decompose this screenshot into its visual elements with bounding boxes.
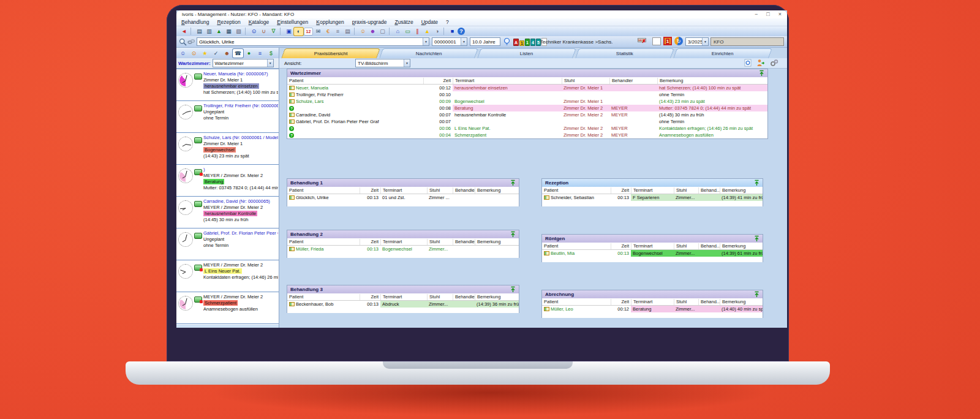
expand-icon[interactable] [754,179,760,186]
tab-einrichten[interactable]: Einrichten [673,48,772,58]
table-row[interactable]: Neuer, Manuela 00:12 herausnehmbar einse… [287,85,767,91]
menu-help[interactable]: ? [446,19,449,25]
help-icon[interactable]: ? [458,28,465,35]
patient-transfer-icon[interactable] [756,59,765,68]
team-icon[interactable]: ☻ [368,28,377,36]
view-select[interactable]: TV-Bildschirm ▼ [355,59,410,67]
chair-new-icon[interactable]: ▲ [214,28,224,36]
chevron-down-icon[interactable]: ▼ [267,59,273,67]
planner-icon[interactable]: ▦ [224,28,233,36]
expand-icon[interactable] [510,286,516,293]
table-row[interactable]: ? 00:04 Schmerzpatient Zimmer Dr. Meier … [287,132,767,138]
idea-lamp-icon[interactable] [503,37,511,47]
patient-icon[interactable]: ☺ [358,28,368,36]
invoice-stack-icon[interactable]: 1 [663,37,672,45]
patient-tab-icon[interactable]: ☺ [178,49,188,58]
statistics-tab-icon[interactable]: ≡ [255,49,265,58]
tab-listen[interactable]: Listen [477,48,576,58]
table-row[interactable]: Schneider, Sebastian 00:13 F Separieren … [542,194,763,201]
flag-1-yellow-icon[interactable]: 1 [519,40,524,46]
printer-icon[interactable]: ▢ [378,28,387,36]
refresh-page-icon[interactable] [744,59,752,68]
kasse-icon[interactable]: KASSE✗ [638,38,646,42]
favorites-tab-icon[interactable]: ★ [200,49,210,58]
journal-icon[interactable]: ≡ [333,28,342,36]
list-item[interactable]: MEYER / Zimmer Dr. Meier 2 L Eins Neuer … [176,260,279,292]
search-icon[interactable] [179,38,187,47]
card-file-icon[interactable]: ▤ [343,28,352,36]
menu-kataloge[interactable]: Kataloge [249,19,270,25]
archive-box-icon[interactable]: ▣ [284,28,293,36]
blank-button[interactable] [652,37,661,45]
chevron-down-icon[interactable]: ▼ [461,38,467,45]
expand-icon[interactable] [510,179,516,186]
list-item[interactable]: Schulze, Lars (Nr: 00000061 / ModellNr: … [176,133,279,165]
tab-nachrichten[interactable]: Nachrichten [379,48,478,58]
table-row[interactable]: Schulze, Lars 00:09 Bogenwechsel Zimmer … [287,98,767,105]
menu-update[interactable]: Update [421,19,438,25]
payments-tab-icon[interactable]: $ [266,49,276,58]
exit-icon[interactable]: ◄ [179,28,189,36]
chair-day-icon[interactable]: ▤ [195,28,204,36]
tab-praxisuebersicht[interactable]: Praxisübersicht [281,48,380,58]
planner-print-icon[interactable]: ▧ [234,28,243,36]
minimize-button[interactable]: − [755,12,758,17]
staff-tab-icon[interactable]: ☻ [222,49,232,58]
menu-zusaetze[interactable]: Zusätze [394,19,413,25]
menu-kopplungen[interactable]: Kopplungen [316,19,344,25]
chevron-down-icon[interactable]: ▼ [423,38,429,45]
table-row[interactable]: Trollinger, Fritz Freiherr 00:10 ohne Te… [287,91,767,98]
patient-search-icon[interactable]: ⊙ [249,28,258,36]
menu-rezeption[interactable]: Rezeption [217,19,240,25]
chevron-down-icon[interactable]: ▼ [702,38,708,45]
close-button[interactable]: × [778,12,782,17]
list-item[interactable]: Gábriel, Prof. Dr. Florian Peter Peer Gr… [176,228,279,260]
quarter-select[interactable]: 3/2025 ▼ [685,37,709,46]
patient-number-combo[interactable]: 00000001 ▼ [432,37,467,46]
table-row[interactable]: Beckenhauer, Bob 00:13 Abdruck Zimmer...… [287,301,519,308]
table-row[interactable]: ? 00:08 Beratung Zimmer Dr. Meier 2 MEYE… [287,105,767,111]
jaw-model-icon[interactable]: ∪ [259,28,268,36]
save-icon[interactable]: ■ [448,28,457,36]
flag-4-icon[interactable]: 4 [530,39,535,46]
wait-time-tab-icon[interactable]: ⊙ [189,49,199,58]
list-item[interactable]: MEYER / Zimmer Dr. Meier 2 Schmerzpatien… [176,292,279,324]
remote-icon[interactable]: ⌂ [393,28,402,36]
expand-icon[interactable] [759,70,764,77]
mail-icon[interactable]: ✉ [314,28,323,36]
tasks-tab-icon[interactable]: ✓ [211,49,221,58]
menu-praxis-upgrade[interactable]: praxis-upgrade [352,19,387,25]
calendar-icon[interactable]: 12 [304,28,313,36]
expand-icon[interactable] [754,235,760,242]
menu-behandlung[interactable]: Behandlung [181,19,209,25]
expand-icon[interactable] [510,231,516,238]
menu-einstellungen[interactable]: Einstellungen [277,19,308,25]
waiting-clock-icon[interactable]: ◐ [294,28,303,36]
maximize-button[interactable]: □ [766,12,769,17]
globe-tab-icon[interactable]: ● [244,49,254,58]
table-row[interactable]: Müller, Leo 00:12 Beratung Zimmer... (14… [542,306,763,312]
patient-search-input[interactable] [197,39,423,45]
settings-gears-icon[interactable] [770,59,778,68]
list-item[interactable]: Carradine, David (Nr: 00000065) MEYER / … [176,197,279,228]
room-select[interactable]: Wartezimmer ▼ [213,59,274,67]
list-item[interactable]: Trollinger, Fritz Freiherr (Nr: 00000066… [176,101,279,133]
table-row[interactable]: Gábriel, Prof. Dr. Florian Peter Peer Gr… [287,118,767,125]
form-icon[interactable]: ▭ [403,28,412,36]
phone-tab-icon[interactable]: ☎ [233,49,243,58]
lab-icon[interactable]: ∇ [269,28,278,36]
flag-a-icon[interactable]: A [513,39,519,46]
table-row[interactable]: ? 00:06 L Eins Neuer Pat. Zimmer Dr. Mei… [287,125,767,132]
table-row[interactable]: Beutlin, Mia 00:13 Bogenwechsel Zimmer..… [542,250,763,257]
expand-icon[interactable] [754,291,760,298]
flag-1-green-icon[interactable]: 1 [525,39,530,46]
warning-icon[interactable]: ▲ [423,28,432,36]
tab-statistik[interactable]: Statistik [575,48,674,58]
list-item[interactable]: ) MEYER / Zimmer Dr. Meier 2 Beratung Mu… [176,165,279,197]
link-icon[interactable] [187,39,195,47]
pens-icon[interactable]: ∥ [413,28,422,36]
report-clock-icon[interactable]: ◑ [432,28,442,36]
table-row[interactable]: Müller, Frieda 00:13 Bogenwechsel Zimmer… [287,246,519,252]
chevron-down-icon[interactable]: ▼ [404,59,410,67]
sync-icon[interactable]: ↻ [674,37,683,45]
